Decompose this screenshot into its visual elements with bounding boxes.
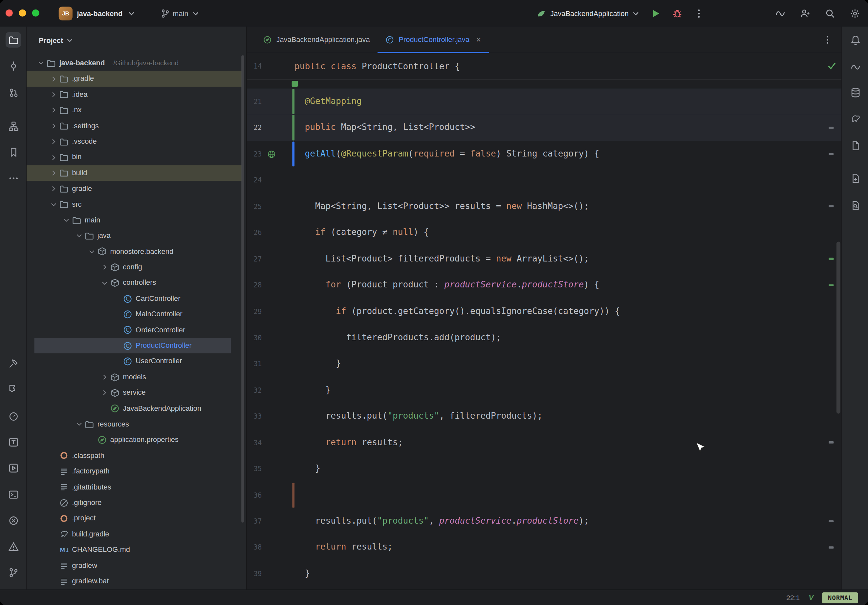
- settings-gear-icon[interactable]: [849, 8, 860, 19]
- gutter[interactable]: 14: [247, 53, 294, 79]
- line-number[interactable]: 24: [247, 167, 262, 193]
- code-line-36[interactable]: 36: [247, 482, 842, 508]
- project-widget[interactable]: JB java-backend: [59, 0, 136, 26]
- tree-item-gradle[interactable]: gradle: [26, 181, 246, 197]
- chevron-down-icon[interactable]: [49, 200, 59, 209]
- project-button[interactable]: [6, 32, 21, 48]
- code-line-27[interactable]: 27 List<Product> filteredProducts = new …: [247, 246, 842, 272]
- sticky-line-14[interactable]: 14public class ProductController {: [247, 53, 842, 80]
- tree-item-monostore-backend[interactable]: monostore.backend: [26, 244, 246, 260]
- pull-requests-button[interactable]: [6, 85, 21, 100]
- tree-item-vscode[interactable]: .vscode: [26, 134, 246, 150]
- gutter[interactable]: 22: [247, 115, 294, 141]
- tree-item-nx[interactable]: .nx: [26, 102, 246, 118]
- chevron-right-icon[interactable]: [49, 74, 59, 84]
- gutter[interactable]: 37: [247, 508, 294, 534]
- tree-item-gitignore[interactable]: .gitignore: [26, 495, 246, 511]
- commit-button[interactable]: [6, 58, 21, 73]
- tree-item-settings[interactable]: .settings: [26, 118, 246, 134]
- structure-button[interactable]: [6, 118, 21, 134]
- zoom-window-button[interactable]: [32, 9, 39, 17]
- plugins-button[interactable]: [6, 381, 21, 396]
- line-number[interactable]: 33: [247, 403, 262, 430]
- chevron-right-icon[interactable]: [49, 169, 59, 178]
- line-number[interactable]: 26: [247, 220, 262, 246]
- build-button[interactable]: [6, 356, 21, 371]
- gutter[interactable]: 23: [247, 141, 294, 167]
- line-number[interactable]: 31: [247, 351, 262, 377]
- tree-item-resources[interactable]: resources: [26, 416, 246, 432]
- line-number[interactable]: 39: [247, 561, 262, 587]
- tab-productcontroller-java[interactable]: CProductController.java×: [378, 26, 488, 53]
- tree-item-config[interactable]: config: [26, 260, 246, 275]
- gradle-button[interactable]: [848, 111, 863, 126]
- tab-javabackendapplication-java[interactable]: JavaBackendApplication.java: [255, 26, 378, 53]
- code-line-38[interactable]: 38 return results;: [247, 534, 842, 561]
- ideavim-icon[interactable]: V: [809, 594, 814, 602]
- problems-button[interactable]: [6, 513, 21, 528]
- gutter[interactable]: 25: [247, 193, 294, 220]
- code-line-23[interactable]: 23 getAll(@RequestParam(required = false…: [247, 141, 842, 167]
- tree-item-cartcontroller[interactable]: CCartController: [26, 291, 246, 306]
- tree-item-gradlew-bat[interactable]: gradlew.bat: [26, 574, 246, 589]
- line-number[interactable]: 32: [247, 377, 262, 403]
- chevron-down-icon[interactable]: [36, 59, 46, 68]
- chevron-right-icon[interactable]: [100, 373, 110, 382]
- warnings-button[interactable]: [6, 539, 21, 554]
- tree-item-bin[interactable]: bin: [26, 150, 246, 166]
- gutter[interactable]: 34: [247, 430, 294, 456]
- tree-item-gradle[interactable]: .gradle: [26, 71, 246, 87]
- minimize-window-button[interactable]: [19, 9, 26, 17]
- tree-item-productcontroller[interactable]: CProductController: [26, 338, 246, 354]
- folded-region-marker[interactable]: [292, 81, 298, 87]
- gutter[interactable]: 28: [247, 272, 294, 298]
- gutter[interactable]: 21: [247, 88, 294, 115]
- tree-item-changelog-md[interactable]: M↓CHANGELOG.md: [26, 542, 246, 558]
- tree-item-service[interactable]: service: [26, 385, 246, 401]
- line-number[interactable]: 21: [247, 88, 262, 115]
- line-number[interactable]: 35: [247, 456, 262, 482]
- tree-item-models[interactable]: models: [26, 370, 246, 385]
- tree-item-build[interactable]: build: [26, 166, 246, 181]
- gutter[interactable]: 24: [247, 167, 294, 193]
- chevron-right-icon[interactable]: [49, 106, 59, 115]
- tree-item-gradlew[interactable]: gradlew: [26, 558, 246, 574]
- chevron-right-icon[interactable]: [49, 153, 59, 162]
- line-number[interactable]: 27: [247, 246, 262, 272]
- tree-item-application-properties[interactable]: application.properties: [26, 432, 246, 448]
- chevron-right-icon[interactable]: [49, 90, 59, 99]
- tree-item-gitattributes[interactable]: .gitattributes: [26, 479, 246, 495]
- line-number[interactable]: 34: [247, 430, 262, 456]
- code-line-26[interactable]: 26 if (category ≠ null) {: [247, 220, 842, 246]
- gutter[interactable]: 35: [247, 456, 294, 482]
- chevron-down-icon[interactable]: [631, 9, 640, 18]
- tree-item-ordercontroller[interactable]: COrderController: [26, 322, 246, 338]
- chevron-down-icon[interactable]: [87, 247, 97, 256]
- gutter[interactable]: 33: [247, 403, 294, 430]
- line-number[interactable]: 28: [247, 272, 262, 298]
- line-number[interactable]: 22: [247, 115, 262, 141]
- chevron-down-icon[interactable]: [62, 216, 72, 225]
- tree-item-java-backend[interactable]: java-backend~/Github/java-backend: [26, 56, 246, 71]
- chevron-right-icon[interactable]: [49, 121, 59, 130]
- caret-position-widget[interactable]: 22:1: [786, 594, 800, 601]
- version-control-button[interactable]: [6, 565, 21, 580]
- close-window-button[interactable]: [6, 9, 13, 17]
- tree-item-project[interactable]: .project: [26, 511, 246, 526]
- gutter[interactable]: 38: [247, 534, 294, 561]
- more-tool-windows-button[interactable]: [6, 170, 21, 186]
- search-everywhere-icon[interactable]: [825, 8, 835, 19]
- chevron-right-icon[interactable]: [100, 388, 110, 397]
- code-line-28[interactable]: 28 for (Product product : productService…: [247, 272, 842, 298]
- more-tabs-icon[interactable]: [823, 34, 832, 44]
- code-line-34[interactable]: 34 return results;: [247, 430, 842, 456]
- project-panel-scrollbar[interactable]: [241, 56, 244, 523]
- run-button[interactable]: [650, 8, 661, 19]
- tree-item-maincontroller[interactable]: CMainController: [26, 306, 246, 322]
- tab-close-icon[interactable]: ×: [476, 35, 481, 44]
- project-panel-header[interactable]: Project: [26, 26, 246, 54]
- vim-mode-badge[interactable]: NORMAL: [822, 592, 858, 603]
- code-line-29[interactable]: 29 if (product.getCategory().equalsIgnor…: [247, 298, 842, 325]
- gutter[interactable]: 36: [247, 482, 294, 508]
- line-number[interactable]: 14: [247, 53, 262, 80]
